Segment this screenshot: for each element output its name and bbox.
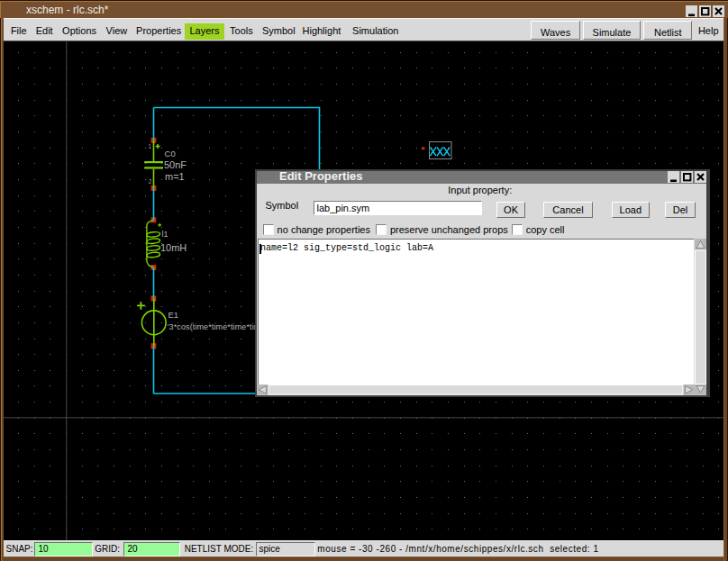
- svg-text:10mH: 10mH: [160, 242, 187, 253]
- svg-text:1: 1: [148, 143, 151, 149]
- svg-text:'3*cos(time*time*time*tim: '3*cos(time*time*time*tim: [168, 322, 261, 331]
- svg-text:2: 2: [149, 178, 152, 185]
- svg-text:50nF: 50nF: [164, 159, 187, 170]
- svg-text:E1: E1: [168, 310, 179, 320]
- svg-text:l1: l1: [161, 230, 168, 239]
- svg-text:C0: C0: [165, 149, 176, 158]
- svg-text:m=1: m=1: [165, 171, 185, 182]
